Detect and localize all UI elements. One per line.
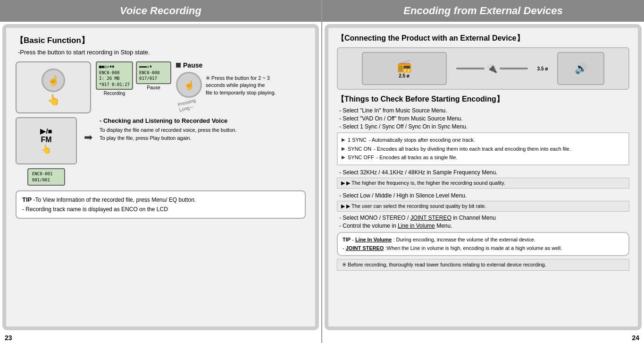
lcd1-l3: I: 26 MB xyxy=(99,76,130,82)
tip-right-line2: - JOINT STEREO :When the Line in volume … xyxy=(343,244,624,253)
tip-line2: - Recording track name is displayed as E… xyxy=(22,205,299,214)
checking-desc1: To display the file name of recorded voi… xyxy=(100,126,306,134)
silence-item: - Select Low / Middle / High in Silence … xyxy=(339,192,629,199)
sync2-triangle: ▶ xyxy=(342,145,345,154)
bottom-note: ※ Before recording, thoroughly read lowe… xyxy=(337,259,629,271)
device-button-circle: ☝ xyxy=(42,69,65,92)
check-item-2: - Select "VAD On / Off" from Music Sourc… xyxy=(339,115,629,122)
pause-description: ※ Press the button for 2 ~ 3seconds whil… xyxy=(206,75,276,96)
fm-device: ▶/■ FM 👆 xyxy=(16,117,77,164)
page-number-right: 24 xyxy=(322,333,644,343)
pressing-long-text: PressingLong～ xyxy=(177,97,198,113)
tip-box: TIP -To View information of the recorded… xyxy=(16,190,306,219)
channel-item-2: - Control the volume in Line in Volume M… xyxy=(339,223,629,229)
silence-note-box: ▶ ▶ The user can select the recording so… xyxy=(337,201,629,212)
checking-desc2: To play the file, press Play button agai… xyxy=(100,134,306,142)
lcd2-l2: ENC0-008 xyxy=(139,70,168,76)
sync1-triangle: ▶ xyxy=(342,136,345,145)
subtitle-text: -Press the button to start recording in … xyxy=(18,49,306,56)
fm-label: FM xyxy=(41,136,51,144)
device-connection-image: 📻 2.5 ø 🔌 3.5 ø 🔊 xyxy=(337,47,629,90)
freq-item: - Select 32KHz / 44.1KHz / 48KHz in Samp… xyxy=(339,169,629,176)
plug-left-label: 2.5 ø xyxy=(399,73,410,78)
lcd2-l1: ▬▬▬↕♦ xyxy=(139,64,168,70)
sync-row-3: ▶ SYNC OFF - Encodes all tracks as a sin… xyxy=(342,153,625,162)
hand-icon: 👆 xyxy=(47,94,60,106)
sync2-desc: - Encodes all tracks by dividing them in… xyxy=(374,145,571,154)
pause-section: Pause ☝ PressingLong～ ※ Press the button… xyxy=(176,61,306,111)
recording-label: Recording xyxy=(96,91,133,96)
freq-note: ▶ The higher the frequency is, the highe… xyxy=(346,180,505,186)
sync2-label: SYNC ON xyxy=(348,145,371,154)
tip-box-right: TIP - Line In Volume : During encoding, … xyxy=(337,232,629,256)
basic-function-title: 【Basic Function】 xyxy=(16,35,306,46)
connecting-title: 【Connecting the Product with an External… xyxy=(337,34,629,43)
lcd1-l4: *017 0:01:27 xyxy=(99,82,130,88)
lcd1-l2: ENC0-008 xyxy=(99,70,130,76)
sync3-label: SYNC OFF xyxy=(348,153,374,162)
silence-note: ▶ The user can select the recording soun… xyxy=(346,203,486,209)
plug-right-label: 3.5 ø xyxy=(537,66,548,71)
fm-section: ▶/■ FM 👆 ENC0-001 001/001 ➡ - Checking a… xyxy=(16,117,306,186)
pause-screen-label: Pause xyxy=(136,85,171,90)
pause-device-circle: ☝ xyxy=(176,72,202,98)
freq-triangle: ▶ xyxy=(341,180,345,186)
left-header: Voice Recording xyxy=(0,0,321,22)
fm-lcd-line1: ENC0-001 xyxy=(32,171,60,177)
lcd1-l1: ■●◎↕♠♣ xyxy=(99,64,130,70)
freq-note-box: ▶ ▶ The higher the frequency is, the hig… xyxy=(337,178,629,189)
lcd-recording: ■●◎↕♠♣ ENC0-008 I: 26 MB *017 0:01:27 Re… xyxy=(96,61,133,96)
pause-label: Pause xyxy=(183,61,202,69)
fm-lcd-screen: ENC0-001 001/001 xyxy=(27,168,65,186)
sync3-triangle: ▶ xyxy=(342,153,345,162)
target-device-image: 🔊 xyxy=(557,52,604,85)
sync1-label: 1 SYNC xyxy=(348,136,367,145)
tip-line1: TIP -To View information of the recorded… xyxy=(22,195,299,205)
sync3-desc: - Encodes all tracks as a single file. xyxy=(376,153,458,162)
sync-row-2: ▶ SYNC ON - Encodes all tracks by dividi… xyxy=(342,145,625,154)
lcd2-l3: 017/017 xyxy=(139,76,168,82)
cable-area: 🔌 xyxy=(456,63,528,74)
check-item-1: - Select "Line In" from Music Source Men… xyxy=(339,107,629,114)
arrow-right-icon: ➡ xyxy=(84,131,92,144)
checking-title: - Checking and Listening to Recorded Voi… xyxy=(100,117,306,124)
sync-row-1: ▶ 1 SYNC - Automatically stops after enc… xyxy=(342,136,625,145)
cable-icon-2 xyxy=(500,68,528,69)
pause-square-icon xyxy=(176,63,181,68)
things-title: 【Things to Check Before Starting Encodin… xyxy=(337,94,629,104)
check-item-3: - Select 1 Sync / Sync Off / Sync On in … xyxy=(339,123,629,130)
sync-box: ▶ 1 SYNC - Automatically stops after enc… xyxy=(337,132,629,165)
recording-device: ☝ 👆 xyxy=(16,61,91,113)
tip-right-line1: TIP - Line In Volume : During encoding, … xyxy=(343,236,624,244)
lcd-pause: ▬▬▬↕♦ ENC0-008 017/017 Pause xyxy=(136,61,171,96)
silence-triangle: ▶ xyxy=(341,203,345,209)
channel-item-1: - Select MONO / STEREO / JOINT STEREO in… xyxy=(339,214,629,221)
cable-icon xyxy=(456,68,485,69)
source-device-image: 📻 2.5 ø xyxy=(362,52,447,85)
sync1-desc: - Automatically stops after encoding one… xyxy=(369,136,475,145)
page-number-left: 23 xyxy=(0,333,321,343)
fm-description: - Checking and Listening to Recorded Voi… xyxy=(100,117,306,142)
right-header: Encoding from External Devices xyxy=(322,0,644,22)
fm-lcd-line2: 001/001 xyxy=(32,177,60,183)
